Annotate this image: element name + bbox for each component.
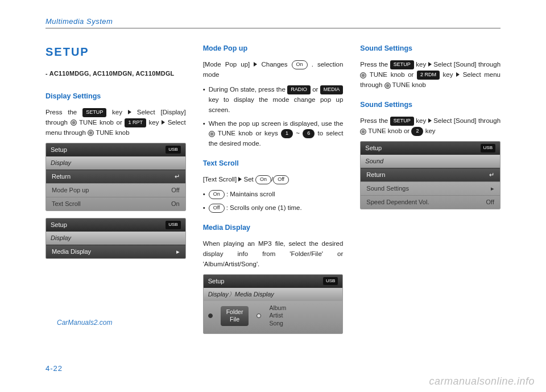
watermark-carmanuals2: CarManuals2.com (57, 319, 112, 327)
text: Changes (261, 61, 291, 68)
value: Off (486, 197, 494, 207)
text: Album (269, 304, 286, 312)
setup-key-icon: SETUP (390, 117, 414, 126)
value: Off (171, 185, 179, 195)
off-pill-icon: Off (209, 204, 225, 213)
arrow-right-icon (456, 70, 460, 80)
arrow-right-icon (254, 60, 257, 70)
heading-mode-popup: Mode Pop up (203, 43, 344, 54)
chevron-right-icon: ▸ (491, 184, 494, 193)
column-1: SETUP - AC110MDGG, AC110MDGN, AC110MDGL … (46, 43, 186, 341)
page-number: 4-22 (46, 364, 63, 373)
screenshot-sound-menu: Setup USB Sound Return ↵ Sound Settings … (360, 141, 500, 209)
heading-sound-settings-2: Sound Settings (360, 100, 500, 110)
usb-badge-icon: USB (166, 146, 180, 154)
text: Select [Sound] through (433, 61, 500, 68)
list-item: During On state, press the RADIO or MEDI… (203, 85, 344, 115)
shot-subtitle: Display〉Media Display (204, 288, 343, 301)
text-scroll-intro: [Text Scroll] Set On/Off (203, 175, 344, 185)
setup-key-icon: SETUP (82, 108, 106, 117)
text: When the pop up screen is displayed, use… (209, 120, 344, 127)
menu-row-return: Return ↵ (46, 170, 185, 183)
on-pill-icon: On (255, 175, 271, 184)
arrow-right-icon (428, 60, 432, 70)
text: [Text Scroll] (203, 176, 237, 183)
menu-row-speed-vol: Speed Dependent Vol. Off (361, 195, 500, 209)
usb-badge-icon: USB (166, 221, 180, 229)
text: key to display the mode change pop up sc… (209, 96, 344, 113)
heading-sound-settings-1: Sound Settings (360, 43, 500, 54)
heading-text-scroll: Text Scroll (203, 158, 344, 169)
text: [Mode Pop up] (203, 61, 250, 68)
text: key (416, 117, 426, 124)
text: key (416, 61, 426, 68)
text: Artist (269, 312, 286, 320)
arrow-right-icon (128, 108, 131, 118)
text: Speed Dependent Vol. (366, 197, 429, 207)
text: ~ (296, 130, 303, 137)
screenshot-media-display-select: Setup USB Display〉Media Display Folder F… (203, 274, 344, 334)
text: key (425, 127, 436, 134)
tune-knob-icon (71, 119, 77, 126)
page-title: SETUP (46, 43, 186, 61)
text: Folder (226, 308, 243, 316)
text: key (149, 119, 162, 126)
text: TUNE knob (392, 81, 426, 88)
screenshot-display-menu: Setup USB Display Return ↵ Mode Pop up O… (46, 143, 186, 211)
shot-subtitle: Display (46, 156, 185, 170)
text: During On state, press the (209, 86, 288, 93)
menu-row-text-scroll: Text Scroll On (46, 197, 185, 211)
text: Mode Pop up (52, 185, 89, 195)
arrow-right-icon (428, 116, 432, 126)
model-list: - AC110MDGG, AC110MDGN, AC110MDGL (46, 69, 186, 79)
arrow-right-icon (162, 118, 165, 128)
tune-knob-icon (360, 129, 366, 135)
heading-media-display: Media Display (203, 222, 344, 233)
return-icon: ↵ (489, 170, 494, 180)
menu-row-media-display: Media Display ▸ (46, 245, 185, 258)
shot-subtitle: Display (46, 232, 185, 245)
setup-key-icon: SETUP (390, 60, 414, 69)
text: TUNE knob (96, 129, 129, 136)
two-rdm-key-icon: 2 RDM (417, 71, 440, 80)
text: Return (52, 172, 71, 181)
tune-knob-icon (384, 82, 391, 89)
text: Song (269, 320, 286, 328)
text: Text Scroll (52, 199, 81, 209)
column-2: Mode Pop up [Mode Pop up] Changes On . s… (203, 43, 344, 341)
list-item: On : Maintains scroll (203, 189, 344, 200)
value: On (171, 199, 180, 209)
column-3: Sound Settings Press the SETUP key Selec… (360, 43, 500, 341)
usb-badge-icon: USB (323, 277, 338, 285)
six-key-icon: 6 (303, 129, 315, 138)
mode-popup-list: During On state, press the RADIO or MEDI… (203, 85, 344, 149)
display-instructions: Press the SETUP key Select [Display] thr… (46, 108, 186, 138)
text: Press the (360, 117, 390, 124)
text: Return (366, 170, 385, 180)
text: TUNE knob or (368, 127, 411, 134)
chevron-right-icon: ▸ (176, 247, 180, 257)
list-item: When the pop up screen is displayed, use… (203, 119, 344, 149)
text: key (443, 71, 457, 78)
album-artist-song-option: Album Artist Song (269, 304, 286, 328)
text: Press the (46, 109, 82, 115)
section-header: Multimedia System (46, 17, 500, 28)
shot-subtitle: Sound (361, 155, 500, 168)
radio-selected-icon (208, 313, 213, 318)
text: Press the (360, 61, 390, 68)
text: File (226, 316, 243, 324)
arrow-right-icon (238, 175, 242, 185)
text: TUNE knob or (79, 119, 125, 126)
mode-popup-text: [Mode Pop up] Changes On . selection mod… (203, 60, 344, 80)
text: TUNE knob or keys (218, 130, 281, 137)
radio-unselected-icon (257, 313, 261, 318)
heading-display-settings: Display Settings (46, 91, 186, 102)
folder-file-option: Folder File (221, 306, 249, 326)
one-rpt-key-icon: 1 RPT (125, 118, 146, 127)
two-key-icon: 2 (411, 127, 423, 136)
menu-row-sound-settings: Sound Settings ▸ (361, 181, 500, 195)
shot-title: Setup (208, 277, 225, 286)
media-key-icon: MEDIA (320, 85, 344, 94)
tune-knob-icon (88, 130, 94, 136)
text: : Maintains scroll (226, 191, 275, 197)
